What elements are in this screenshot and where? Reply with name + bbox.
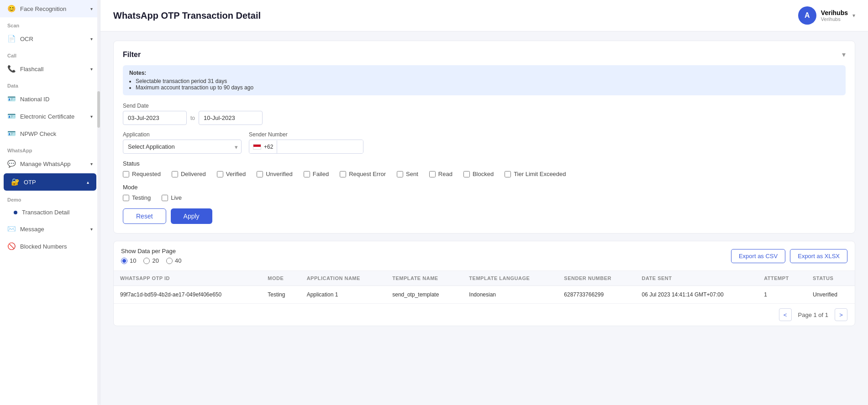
- note-item-2: Maximum account transaction up to 90 day…: [136, 84, 839, 91]
- export-csv-button[interactable]: Export as CSV: [731, 249, 785, 263]
- date-from-input[interactable]: [123, 111, 187, 125]
- status-verified-label: Verified: [226, 171, 246, 177]
- per-page-20[interactable]: 20: [143, 257, 158, 264]
- per-page-10-radio[interactable]: [121, 258, 127, 264]
- chevron-down-icon: ▾: [852, 12, 855, 19]
- mode-testing[interactable]: Testing: [123, 194, 151, 201]
- col-sender-number: SENDER NUMBER: [558, 271, 635, 286]
- reset-button[interactable]: Reset: [123, 208, 166, 224]
- status-requested[interactable]: Requested: [123, 171, 161, 177]
- mode-live-checkbox[interactable]: [162, 195, 168, 201]
- status-request-error[interactable]: Request Error: [340, 171, 386, 177]
- flag-id-icon: [253, 144, 261, 150]
- application-group: Application Select Application ▾: [123, 131, 242, 154]
- country-prefix: +62: [264, 144, 273, 150]
- status-blocked-label: Blocked: [473, 171, 494, 177]
- sidebar-item-electronic-certificate[interactable]: 🪪 Electronic Certificate ▾: [0, 108, 100, 125]
- status-delivered-checkbox[interactable]: [172, 171, 178, 177]
- sidebar-section-call: Call: [0, 47, 100, 60]
- sidebar-item-flashcall[interactable]: 📞 Flashcall ▾: [0, 60, 100, 78]
- mode-testing-checkbox[interactable]: [123, 195, 129, 201]
- sidebar-item-transaction-detail[interactable]: Transaction Detail: [0, 204, 100, 220]
- status-label: Status: [123, 160, 846, 167]
- sender-number-input[interactable]: [277, 140, 363, 153]
- status-delivered[interactable]: Delivered: [172, 171, 206, 177]
- status-verified[interactable]: Verified: [217, 171, 246, 177]
- sidebar-section-demo: Demo: [0, 192, 100, 204]
- status-unverified-checkbox[interactable]: [257, 171, 263, 177]
- data-card-header: Show Data per Page 10 20 40: [114, 241, 855, 271]
- per-page-10[interactable]: 10: [121, 257, 136, 264]
- col-status: STATUS: [806, 271, 855, 286]
- sidebar-item-label: Flashcall: [20, 66, 43, 73]
- sidebar-item-face-recognition[interactable]: 😊 Face Recognition ▾: [0, 0, 100, 17]
- export-xlsx-button[interactable]: Export as XLSX: [790, 249, 847, 263]
- table-header-row: WHATSAPP OTP ID MODE APPLICATION NAME TE…: [114, 271, 855, 286]
- main-area: WhatsApp OTP Transaction Detail A Verihu…: [100, 0, 868, 405]
- send-date-row: Send Date to: [123, 103, 846, 125]
- status-request-error-checkbox[interactable]: [340, 171, 346, 177]
- mode-live[interactable]: Live: [162, 194, 182, 201]
- sidebar-item-national-id[interactable]: 🪪 National ID: [0, 90, 100, 108]
- status-read-checkbox[interactable]: [429, 171, 436, 177]
- col-template-name: TEMPLATE NAME: [386, 271, 463, 286]
- prev-page-button[interactable]: <: [779, 308, 792, 321]
- status-sent[interactable]: Sent: [397, 171, 418, 177]
- col-app-name: APPLICATION NAME: [300, 271, 386, 286]
- user-menu[interactable]: A Verihubs Verihubs ▾: [798, 6, 855, 25]
- table-row: 99f7ac1d-bd59-4b2d-ae17-049ef406e650 Tes…: [114, 286, 855, 304]
- per-page-20-radio[interactable]: [143, 258, 150, 264]
- sidebar-item-ocr[interactable]: 📄 OCR ▾: [0, 30, 100, 47]
- next-page-button[interactable]: >: [835, 308, 847, 321]
- sidebar-item-label: NPWP Check: [20, 130, 56, 137]
- status-blocked[interactable]: Blocked: [463, 171, 494, 177]
- cell-sender-number: 6287733766299: [558, 286, 635, 304]
- per-page-radio-group: 10 20 40: [121, 257, 181, 264]
- status-sent-checkbox[interactable]: [397, 171, 403, 177]
- status-failed[interactable]: Failed: [304, 171, 329, 177]
- sidebar-item-otp[interactable]: 🔐 OTP ▴: [4, 173, 96, 191]
- sidebar-item-npwp-check[interactable]: 🪪 NPWP Check: [0, 125, 100, 142]
- filter-buttons: Reset Apply: [123, 208, 846, 224]
- status-verified-checkbox[interactable]: [217, 171, 223, 177]
- sidebar-section-scan: Scan: [0, 17, 100, 30]
- cell-mode: Testing: [261, 286, 300, 304]
- sidebar-section-data: Data: [0, 78, 100, 90]
- mode-checkboxes: Testing Live: [123, 194, 846, 201]
- user-info: Verihubs Verihubs: [821, 9, 848, 22]
- sidebar-item-manage-whatsapp[interactable]: 💬 Manage WhatsApp ▾: [0, 155, 100, 172]
- sidebar-item-blocked-numbers[interactable]: 🚫 Blocked Numbers: [0, 238, 100, 255]
- sidebar-item-label: National ID: [20, 96, 49, 103]
- status-tier-limit[interactable]: Tier Limit Exceeded: [505, 171, 566, 177]
- scrollbar-thumb[interactable]: [97, 91, 100, 128]
- per-page-40-radio[interactable]: [166, 258, 173, 264]
- status-requested-checkbox[interactable]: [123, 171, 129, 177]
- sidebar-item-message[interactable]: ✉️ Message ▾: [0, 220, 100, 238]
- page-title: WhatsApp OTP Transaction Detail: [113, 10, 261, 21]
- sender-number-group: Sender Number +62: [249, 131, 363, 154]
- date-to-input[interactable]: [199, 111, 263, 125]
- sidebar-scan-label: Scan: [7, 23, 19, 28]
- application-label: Application: [123, 131, 242, 138]
- sidebar-item-label: Blocked Numbers: [20, 243, 67, 250]
- per-page-40[interactable]: 40: [166, 257, 181, 264]
- cell-otp-id: 99f7ac1d-bd59-4b2d-ae17-049ef406e650: [114, 286, 261, 304]
- electronic-certificate-icon: 🪪: [7, 112, 16, 120]
- status-tier-limit-checkbox[interactable]: [505, 171, 511, 177]
- status-read[interactable]: Read: [429, 171, 452, 177]
- mode-label: Mode: [123, 184, 846, 191]
- collapse-icon[interactable]: ▾: [842, 50, 846, 59]
- status-unverified[interactable]: Unverified: [257, 171, 293, 177]
- application-sender-row: Application Select Application ▾ Sender …: [123, 131, 846, 154]
- data-table-card: Show Data per Page 10 20 40: [113, 241, 855, 326]
- application-select[interactable]: Select Application: [123, 140, 242, 154]
- filter-title: Filter: [123, 51, 141, 59]
- status-blocked-checkbox[interactable]: [463, 171, 470, 177]
- flashcall-icon: 📞: [7, 65, 16, 73]
- apply-button[interactable]: Apply: [171, 208, 212, 224]
- national-id-icon: 🪪: [7, 95, 16, 103]
- status-failed-checkbox[interactable]: [304, 171, 310, 177]
- sender-number-label: Sender Number: [249, 131, 363, 138]
- per-page-10-label: 10: [130, 257, 136, 264]
- sidebar-item-label: Message: [20, 226, 44, 233]
